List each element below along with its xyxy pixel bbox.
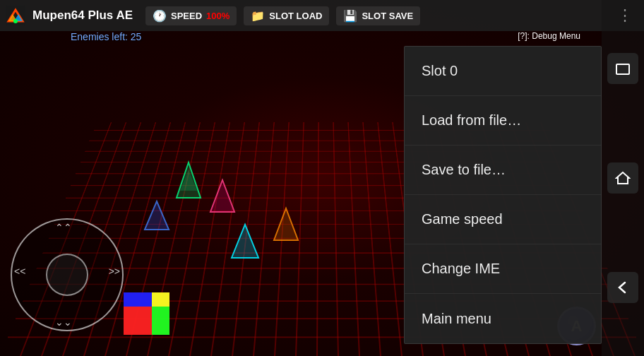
dpad-up[interactable]: ⌃⌃: [55, 222, 72, 233]
svg-rect-20: [616, 64, 629, 74]
folder-icon: 📁: [251, 9, 265, 23]
svg-marker-6: [145, 201, 169, 230]
menu-item-game-speed[interactable]: Game speed: [405, 195, 601, 244]
slot-save-button[interactable]: 💾 SLOT SAVE: [336, 6, 420, 25]
menu-item-save-file-label: Save to file…: [422, 162, 506, 178]
speed-value: 100%: [206, 11, 229, 21]
speed-label: SPEED: [171, 11, 202, 21]
app-title: Mupen64 Plus AE: [32, 8, 133, 23]
crystal-4: [268, 205, 304, 244]
crystal-3: [141, 198, 173, 233]
dpad-right[interactable]: >>: [109, 266, 120, 277]
menu-item-main-menu-label: Main menu: [422, 311, 491, 327]
svg-marker-21: [616, 172, 629, 184]
right-sidebar: [602, 0, 644, 356]
svg-rect-12: [152, 307, 169, 335]
home-icon: [615, 170, 631, 186]
app-logo: [6, 6, 25, 25]
dpad-down[interactable]: ⌄⌄: [55, 316, 72, 328]
menu-item-slot0[interactable]: Slot 0: [405, 47, 601, 96]
menu-item-load-file[interactable]: Load from file…: [405, 96, 601, 146]
slot-save-label: SLOT SAVE: [362, 11, 413, 21]
dpad-left[interactable]: <<: [14, 266, 25, 277]
left-controller: ⌃⌃ << >> ⌄⌄: [7, 215, 127, 335]
slot-load-label: SLOT LOAD: [269, 11, 322, 21]
menu-item-save-file[interactable]: Save to file…: [405, 146, 601, 195]
header: Mupen64 Plus AE 🕐 SPEED 100% 📁 SLOT LOAD…: [0, 0, 644, 31]
speed-button[interactable]: 🕐 SPEED 100%: [145, 6, 237, 25]
back-icon: [615, 280, 631, 295]
speed-icon: 🕐: [153, 9, 167, 23]
status-text: Enemies left: 25: [71, 31, 141, 42]
svg-rect-14: [152, 292, 169, 307]
crystal-5: [226, 219, 265, 261]
menu-item-change-ime-label: Change IME: [422, 261, 500, 277]
back-button[interactable]: [607, 272, 638, 303]
window-mode-button[interactable]: [607, 53, 638, 84]
save-icon: 💾: [343, 9, 357, 23]
svg-marker-4: [210, 180, 234, 212]
menu-item-load-file-label: Load from file…: [422, 112, 521, 129]
slot-load-button[interactable]: 📁 SLOT LOAD: [244, 6, 329, 25]
menu-item-slot0-label: Slot 0: [422, 63, 458, 79]
menu-item-main-menu[interactable]: Main menu: [405, 294, 601, 343]
svg-point-19: [13, 19, 18, 23]
svg-rect-11: [124, 307, 152, 335]
window-icon: [615, 61, 631, 76]
crystal-1: [169, 155, 208, 201]
home-button[interactable]: [607, 162, 638, 194]
dpad-inner-ring: [46, 254, 88, 296]
svg-marker-8: [274, 208, 298, 240]
menu-item-game-speed-label: Game speed: [422, 211, 503, 227]
crystal-2: [205, 177, 240, 215]
svg-marker-10: [232, 225, 258, 258]
dropdown-menu: Slot 0 Load from file… Save to file… Gam…: [404, 46, 602, 344]
svg-rect-13: [124, 292, 152, 307]
hud-debug-text: [?]: Debug Menu: [518, 31, 580, 41]
menu-item-change-ime[interactable]: Change IME: [405, 244, 601, 294]
